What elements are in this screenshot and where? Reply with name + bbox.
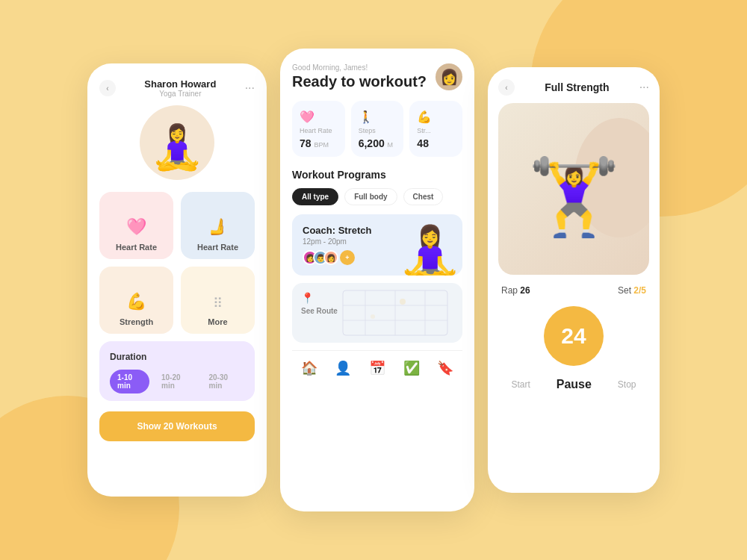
- stop-button[interactable]: Stop: [618, 379, 636, 390]
- trainer-avatar: 🧘‍♀️: [140, 105, 214, 180]
- more-card[interactable]: ⠿ More: [181, 267, 255, 334]
- nav-home[interactable]: 🏠: [301, 360, 317, 376]
- svg-point-6: [400, 299, 406, 305]
- stat-steps: 🚶 Steps 6,200 M: [351, 101, 404, 157]
- duration-card: Duration 1-10 min 10-20 min 20-30 min: [99, 341, 255, 401]
- heart-rate-icon: 🩷: [300, 110, 338, 124]
- map-svg: [328, 283, 462, 343]
- strength-icon: 💪: [126, 292, 146, 311]
- svg-point-7: [371, 314, 375, 319]
- program-time: 12pm - 20pm: [303, 237, 371, 246]
- set-stat: Set 2/5: [618, 285, 646, 296]
- pill-20-30[interactable]: 20-30 min: [201, 370, 244, 393]
- duration-title: Duration: [110, 352, 244, 362]
- avatars-row: 👩 👨 👩 +: [303, 250, 371, 265]
- filter-full-body[interactable]: Full body: [344, 188, 397, 205]
- timer-value: 24: [561, 323, 586, 349]
- stat-steps-label: Steps: [359, 127, 397, 134]
- pill-10-20[interactable]: 10-20 min: [154, 370, 197, 393]
- stats-row: 🩷 Heart Rate 78 BPM 🚶 Steps 6,200 M 💪 St…: [292, 101, 462, 157]
- nav-bookmark[interactable]: 🔖: [437, 360, 453, 376]
- strength-label: Strength: [120, 317, 153, 326]
- top-bar: ‹ Sharon Howard Yoga Trainer ···: [99, 78, 255, 98]
- workout-programs-title: Workout Programs: [292, 169, 462, 181]
- start-button[interactable]: Start: [511, 379, 530, 390]
- heart-icon: 🩷: [126, 217, 146, 237]
- user-info: Sharon Howard Yoga Trainer: [116, 78, 245, 98]
- detail-top-bar: ‹ Full Strength ···: [498, 79, 649, 96]
- filter-pills: All type Full body Chest: [292, 188, 462, 205]
- nav-profile[interactable]: 👤: [335, 360, 351, 376]
- stat-steps-value: 6,200 M: [359, 137, 397, 149]
- duration-pills: 1-10 min 10-20 min 20-30 min: [110, 370, 244, 393]
- program-card[interactable]: Coach: Stretch 12pm - 20pm 👩 👨 👩 + 🧘‍♀️: [292, 214, 462, 276]
- program-figure: 🧘‍♀️: [395, 214, 462, 276]
- more-icon: ⠿: [213, 295, 223, 311]
- user-role: Yoga Trainer: [116, 90, 245, 98]
- workout-image: 🏋️‍♀️: [498, 103, 649, 275]
- avatar-3: 👩: [323, 250, 338, 265]
- more-label: More: [208, 317, 227, 326]
- steps-icon: 🚶: [359, 110, 397, 124]
- heart-rate-card-2[interactable]: 🫸 Heart Rate: [181, 192, 255, 259]
- strength-card[interactable]: 💪 Strength: [99, 267, 173, 334]
- phones-container: ‹ Sharon Howard Yoga Trainer ··· 🧘‍♀️ 🩷 …: [87, 49, 660, 511]
- steps-icon: 🫸: [208, 217, 228, 237]
- workout-controls: Start Pause Stop: [498, 378, 649, 391]
- avatar-plus: +: [340, 250, 355, 265]
- back-button[interactable]: ‹: [99, 80, 116, 96]
- pause-button[interactable]: Pause: [557, 378, 592, 391]
- user-name: Sharon Howard: [116, 78, 245, 90]
- nav-calendar[interactable]: 📅: [369, 360, 385, 376]
- str-icon: 💪: [417, 110, 455, 124]
- stat-str-value: 48: [417, 137, 455, 149]
- stat-heart-value: 78 BPM: [300, 137, 338, 149]
- activity-grid: 🩷 Heart Rate 🫸 Heart Rate 💪 Strength ⠿ M…: [99, 192, 255, 334]
- stat-heart-label: Heart Rate: [300, 127, 338, 134]
- heart-rate-label-2: Heart Rate: [197, 243, 238, 252]
- detail-menu-button[interactable]: ···: [639, 81, 649, 94]
- program-title: Coach: Stretch: [303, 225, 371, 236]
- heart-rate-card-1[interactable]: 🩷 Heart Rate: [99, 192, 173, 259]
- filter-chest[interactable]: Chest: [403, 188, 444, 205]
- heart-rate-label-1: Heart Rate: [116, 243, 157, 252]
- rap-label: Rap: [501, 285, 518, 296]
- avatar-area: 🧘‍♀️: [99, 105, 255, 180]
- set-value: 2/5: [633, 285, 646, 296]
- detail-back-button[interactable]: ‹: [498, 79, 515, 96]
- set-label: Set: [618, 285, 631, 296]
- workout-stats-row: Rap 26 Set 2/5: [498, 285, 649, 296]
- map-label: See Route: [301, 307, 338, 315]
- stat-strength: 💪 Str... 48: [409, 101, 462, 157]
- timer-circle: 24: [544, 306, 604, 366]
- stat-str-label: Str...: [417, 127, 455, 134]
- phone-profile: ‹ Sharon Howard Yoga Trainer ··· 🧘‍♀️ 🩷 …: [87, 63, 267, 497]
- menu-button[interactable]: ···: [245, 81, 255, 95]
- show-workouts-button[interactable]: Show 20 Workouts: [99, 411, 255, 441]
- stat-heart-rate: 🩷 Heart Rate 78 BPM: [292, 101, 345, 157]
- phone-workout-detail: ‹ Full Strength ··· 🏋️‍♀️ Rap 26 Set 2/5…: [488, 67, 660, 493]
- location-icon: 📍: [301, 292, 338, 304]
- nav-checklist[interactable]: ✅: [403, 360, 420, 376]
- pill-1-10[interactable]: 1-10 min: [110, 370, 149, 393]
- filter-all-type[interactable]: All type: [292, 188, 338, 205]
- user-avatar: 👩: [436, 63, 462, 90]
- bottom-nav: 🏠 👤 📅 ✅ 🔖: [292, 350, 462, 387]
- program-info: Coach: Stretch 12pm - 20pm 👩 👨 👩 +: [303, 225, 371, 265]
- workout-title: Full Strength: [545, 81, 609, 93]
- rap-value: 26: [520, 285, 530, 296]
- phone-workout: Good Morning, James! Ready to workout? 👩…: [280, 49, 474, 511]
- rap-stat: Rap 26: [501, 285, 530, 296]
- map-card[interactable]: 📍 See Route: [292, 283, 462, 343]
